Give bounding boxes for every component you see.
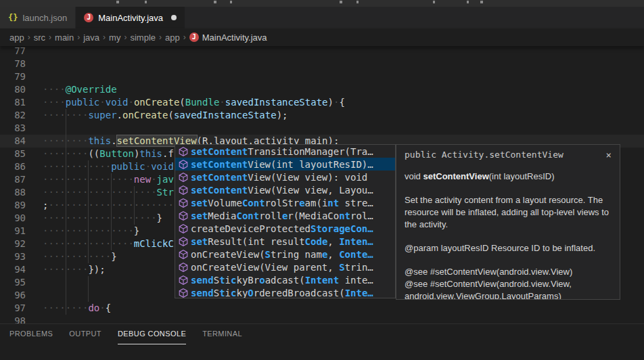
code-token: onCreate	[122, 110, 168, 120]
suggestion-text: am(i	[305, 198, 328, 208]
panel-tab-debug-console[interactable]: DEBUG CONSOLE	[118, 330, 186, 344]
code-token: ········	[43, 148, 88, 159]
line-number[interactable]: 98	[0, 315, 26, 323]
line-number[interactable]: 89	[0, 199, 26, 212]
menu-text-fragment	[340, 1, 342, 3]
line-number[interactable]: 95	[0, 276, 26, 289]
suggestion-text: View(View view, Layou…	[248, 185, 373, 196]
suggestion-item[interactable]: setContentView(View view): void	[175, 171, 395, 183]
code-token: super	[88, 110, 116, 120]
suggestion-item[interactable]: setContentView(int layoutResID)…	[175, 158, 395, 171]
line-number[interactable]: 80	[0, 83, 26, 96]
code-token: ·	[151, 174, 156, 185]
suggestion-item[interactable]: onCreateView(View parent, Strin…	[175, 261, 395, 273]
suggestion-item[interactable]: sendStickyBroadcast(Intent inte…	[175, 273, 395, 286]
suggestion-text: e	[282, 210, 288, 221]
code-line[interactable]: 77	[0, 46, 644, 58]
line-number[interactable]: 94	[0, 263, 26, 276]
suggestion-text: TransitionManager(Tra…	[248, 146, 373, 157]
code-line[interactable]: 83	[0, 122, 644, 135]
suggestion-item[interactable]: setResult(int resultCode, Inten…	[175, 235, 395, 248]
editor-tab-bar: {}launch.jsonJMainActivity.java	[0, 7, 644, 28]
method-icon	[178, 172, 189, 183]
breadcrumb-segment[interactable]: java	[83, 32, 99, 43]
line-number[interactable]: 82	[0, 109, 26, 122]
suggestion-text: Br	[248, 275, 259, 286]
indent-guide	[66, 122, 66, 135]
line-number[interactable]: 87	[0, 173, 26, 186]
menu-text-fragment	[356, 1, 359, 3]
docs-paragraph: @see #setContentView(android.view.View) …	[405, 266, 612, 300]
suggestion-text: roll	[259, 210, 282, 221]
suggestion-item[interactable]: setMediaController(MediaControl…	[175, 209, 395, 222]
code-token: ·	[145, 161, 151, 172]
suggestion-item[interactable]: createDeviceProtectedStorageCon…	[175, 222, 395, 235]
code-editor[interactable]: 77787980····@Override81····public·void·o…	[0, 46, 644, 323]
chevron-right-icon: ›	[183, 32, 186, 42]
line-number[interactable]: 77	[0, 46, 26, 58]
line-number[interactable]: 96	[0, 289, 26, 302]
code-line[interactable]: 78	[0, 58, 644, 70]
editor-tab-launch-json[interactable]: {}launch.json	[0, 7, 76, 28]
line-number[interactable]: 97	[0, 302, 26, 315]
suggest-widget: setContentTransitionManager(Tra…setConte…	[175, 144, 396, 298]
line-number[interactable]: 90	[0, 212, 26, 225]
method-icon	[178, 288, 189, 298]
docs-paragraph: Set the activity content from a layout r…	[405, 194, 612, 231]
code-token: ················	[43, 238, 134, 249]
breadcrumb-file[interactable]: JMainActivity.java	[189, 32, 267, 43]
indent-guide	[66, 289, 66, 302]
suggestion-item[interactable]: sendStickyOrderedBroadcast(Inte…	[175, 286, 395, 298]
code-line[interactable]: 98	[0, 315, 644, 323]
code-token: ············	[43, 251, 111, 262]
line-number[interactable]: 88	[0, 186, 26, 199]
line-number[interactable]: 81	[0, 96, 26, 109]
chevron-right-icon: ›	[103, 32, 106, 42]
close-icon[interactable]: ×	[605, 150, 613, 160]
breadcrumb-segment[interactable]: my	[109, 32, 120, 43]
line-number[interactable]: 83	[0, 122, 26, 135]
code-line[interactable]: 79	[0, 70, 644, 83]
code-text: ············public·void	[43, 160, 174, 173]
code-token: });	[88, 264, 105, 275]
modified-dot-icon[interactable]	[171, 15, 177, 20]
suggestion-item[interactable]: setVolumeControlStream(int stre…	[175, 196, 395, 209]
line-number[interactable]: 84	[0, 135, 26, 148]
menu-text-fragment	[214, 1, 216, 3]
breadcrumb-segment[interactable]: app	[9, 32, 24, 43]
code-line[interactable]: 97········do·{	[0, 302, 644, 315]
suggestion-item[interactable]: setContentView(View view, Layou…	[175, 183, 395, 196]
breadcrumb-segment[interactable]: app	[165, 32, 180, 43]
code-token: void	[151, 161, 174, 172]
line-number[interactable]: 93	[0, 250, 26, 263]
panel-tab-output[interactable]: OUTPUT	[69, 330, 101, 344]
code-line[interactable]: 82········super.onCreate(savedInstanceSt…	[0, 109, 644, 122]
code-token: savedInstanceState	[174, 110, 277, 120]
panel-tab-terminal[interactable]: TERMINAL	[202, 330, 242, 344]
suggestion-text: ,	[327, 236, 339, 247]
suggestion-item[interactable]: setContentTransitionManager(Tra…	[175, 145, 395, 158]
method-icon	[178, 236, 189, 247]
line-number[interactable]: 91	[0, 225, 26, 238]
breadcrumb-segment[interactable]: src	[34, 32, 45, 43]
suggestion-text: trin…	[345, 262, 373, 273]
line-number[interactable]: 86	[0, 160, 26, 173]
suggestion-text: createDeviceProtected	[191, 223, 310, 234]
editor-tab-mainactivity-java[interactable]: JMainActivity.java	[76, 7, 185, 28]
code-token: ····················	[43, 212, 157, 223]
method-icon	[178, 185, 189, 196]
method-icon	[178, 210, 189, 221]
code-line[interactable]: 81····public·void·onCreate(Bundle·savedI…	[0, 96, 644, 109]
line-number[interactable]: 92	[0, 238, 26, 250]
signature-params: (int layoutResID)	[489, 171, 555, 181]
line-number[interactable]: 85	[0, 148, 26, 160]
breadcrumb-segment[interactable]: main	[55, 32, 74, 43]
line-number[interactable]: 79	[0, 70, 26, 83]
suggestion-item[interactable]: onCreateView(String name, Conte…	[175, 248, 395, 261]
code-line[interactable]: 80····@Override	[0, 83, 644, 96]
breadcrumb-segment[interactable]: simple	[130, 32, 156, 43]
line-number[interactable]: 78	[0, 58, 26, 70]
code-text: ········});	[43, 263, 106, 276]
code-token: )	[328, 97, 334, 108]
panel-tab-problems[interactable]: PROBLEMS	[9, 330, 53, 344]
